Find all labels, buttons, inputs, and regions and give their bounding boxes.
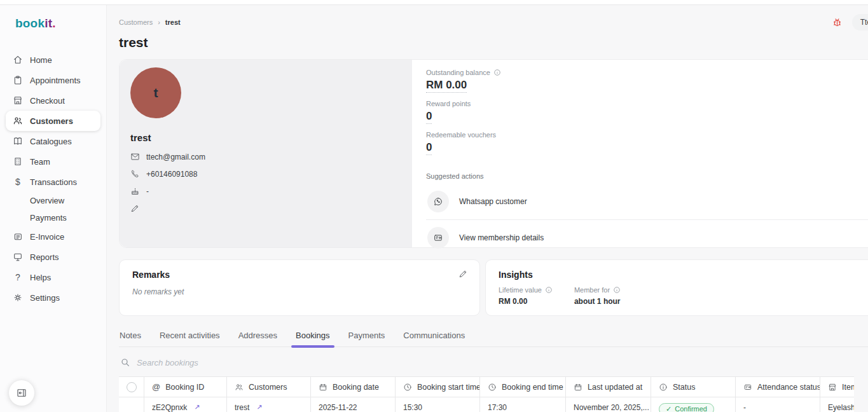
page-title: trest (119, 35, 868, 50)
select-all-checkbox[interactable] (127, 382, 137, 392)
secondary-cards-row: Remarks No remarks yet Insights Lifetime… (119, 259, 868, 316)
sidebar-item-transactions[interactable]: $ Transactions (6, 172, 100, 192)
main-content: Customers › trest Ttech en 1 ? trest (107, 5, 868, 412)
sidebar-item-overview[interactable]: Overview (6, 192, 100, 209)
sidebar-item-customers[interactable]: Customers (6, 111, 100, 131)
store-icon (13, 95, 23, 106)
sidebar-item-checkout[interactable]: Checkout (6, 90, 100, 111)
top-header: Customers › trest Ttech en 1 ? (119, 14, 868, 31)
col-attendance-status[interactable]: Attendance status (736, 377, 820, 397)
users-icon (235, 383, 244, 392)
at-sign-icon: @ (152, 382, 160, 392)
app-logo[interactable]: bookit. (0, 5, 106, 31)
customer-summary-panel: t trest ttech@gmail.com +60146091088 - (120, 60, 412, 247)
sidebar-item-settings[interactable]: Settings (6, 287, 100, 308)
sidebar-nav: Home Appointments Checkout Customers Cat… (0, 50, 106, 308)
store-icon (828, 383, 837, 392)
col-last-updated-at[interactable]: Last updated at (566, 377, 651, 397)
sidebar-item-e-invoice[interactable]: E-Invoice (6, 226, 100, 247)
envelope-icon (130, 152, 140, 161)
customer-birthday-row: - (130, 186, 401, 196)
tab-payments[interactable]: Payments (348, 331, 386, 347)
reward-points-value[interactable]: 0 (426, 110, 432, 124)
status-badge: ✓Confirmed (659, 403, 714, 412)
member-for-label: Member for (574, 286, 610, 294)
membership-card-icon (433, 233, 443, 243)
building-icon (13, 156, 23, 167)
view-membership-action[interactable]: View membership details → (426, 219, 868, 256)
sidebar-item-catalogues[interactable]: Catalogues (6, 131, 100, 151)
customer-cell[interactable]: trest↗ (227, 397, 311, 412)
outstanding-balance-value[interactable]: RM 0.00 (426, 79, 467, 93)
lifetime-value: RM 0.00 (499, 297, 553, 306)
col-booking-start-time[interactable]: Booking start time (396, 377, 480, 397)
customer-name: trest (130, 132, 401, 143)
gear-icon (13, 292, 23, 303)
col-booking-id[interactable]: @Booking ID (144, 377, 227, 397)
cake-icon (130, 186, 140, 196)
external-link-icon: ↗ (256, 403, 262, 411)
pencil-icon (458, 269, 468, 278)
tab-addresses[interactable]: Addresses (238, 331, 278, 347)
window-top-strip (0, 0, 868, 5)
search-icon (120, 357, 130, 367)
bookings-toolbar: View all + Create New Booking (119, 347, 868, 376)
user-pill[interactable]: Ttech (852, 14, 868, 31)
phone-icon (130, 169, 140, 179)
insights-title: Insights (499, 270, 868, 280)
home-icon (13, 55, 23, 65)
lifetime-value-label: Lifetime value (499, 286, 542, 294)
col-status[interactable]: Status (651, 377, 736, 397)
question-icon: ? (13, 272, 23, 282)
sidebar-item-appointments[interactable]: Appointments (6, 70, 100, 90)
tab-communications[interactable]: Communications (403, 331, 465, 347)
lifetime-value-metric: Lifetime value RM 0.00 (499, 286, 553, 306)
remarks-empty-text: No remarks yet (132, 287, 467, 296)
avatar: t (130, 67, 181, 118)
booking-id-cell[interactable]: zE2Qpnxk↗ (144, 397, 227, 412)
info-icon[interactable] (545, 286, 553, 294)
external-link-icon: ↗ (194, 403, 200, 411)
bug-report-icon[interactable] (832, 17, 843, 28)
col-booking-date[interactable]: Booking date (311, 377, 396, 397)
redeemable-vouchers-label: Redeemable vouchers (426, 131, 603, 139)
edit-remarks-button[interactable] (458, 269, 468, 281)
whatsapp-customer-action[interactable]: Whatsapp customer → (426, 184, 868, 219)
col-booking-end-time[interactable]: Booking end time (480, 377, 566, 397)
attendance-cell: - (736, 397, 820, 412)
sidebar: bookit. Home Appointments Checkout Custo… (0, 5, 107, 412)
clipboard-icon (13, 75, 23, 85)
collapse-sidebar-icon (16, 387, 27, 399)
board-icon (13, 252, 23, 262)
sidebar-item-payments[interactable]: Payments (6, 209, 100, 226)
customer-phone-row: +60146091088 (130, 169, 401, 179)
col-items[interactable]: Items (820, 377, 854, 397)
row-select-cell (119, 397, 144, 412)
sidebar-item-home[interactable]: Home (6, 50, 100, 70)
col-customers[interactable]: Customers (227, 377, 311, 397)
sidebar-item-team[interactable]: Team (6, 151, 100, 172)
sidebar-item-helps[interactable]: ? Helps (6, 267, 100, 287)
tab-bookings[interactable]: Bookings (295, 331, 330, 347)
redeemable-vouchers-value[interactable]: 0 (426, 141, 432, 155)
clock-icon (403, 383, 412, 392)
calendar-icon (574, 383, 582, 392)
search-bookings-input[interactable] (137, 358, 327, 367)
users-icon (13, 116, 23, 126)
pencil-icon (130, 203, 140, 213)
info-icon[interactable] (613, 286, 621, 294)
sidebar-item-reports[interactable]: Reports (6, 247, 100, 267)
customer-birthday: - (146, 187, 149, 196)
outstanding-balance-label: Outstanding balance (426, 69, 603, 76)
breadcrumb-parent[interactable]: Customers (119, 18, 153, 26)
table-row[interactable]: zE2Qpnxk↗ trest↗ 2025-11-22 15:30 17:30 … (119, 397, 854, 412)
breadcrumb-current: trest (165, 18, 181, 26)
calendar-icon (319, 383, 327, 392)
tab-notes[interactable]: Notes (119, 331, 142, 347)
last-updated-cell: November 20, 2025,...14:55 (566, 397, 651, 412)
info-icon[interactable] (493, 69, 501, 76)
edit-customer-button[interactable] (130, 203, 401, 213)
app-root: bookit. Home Appointments Checkout Custo… (0, 0, 868, 412)
collapse-sidebar-button[interactable] (9, 380, 34, 406)
tab-recent-activities[interactable]: Recent activities (159, 331, 221, 347)
